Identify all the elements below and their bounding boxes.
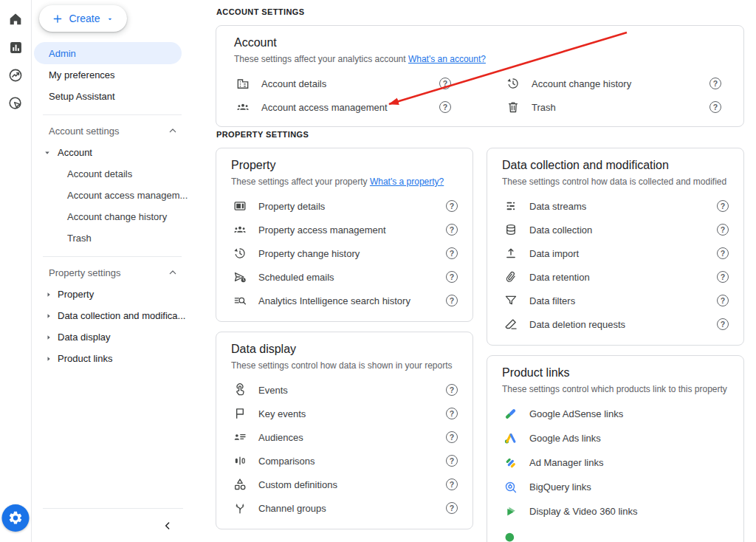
advertising-icon[interactable]	[6, 66, 25, 85]
settings-item-account-details[interactable]: Account details	[234, 72, 451, 95]
layout-icon	[231, 199, 249, 213]
whats-a-property-link[interactable]: What's a property?	[370, 176, 444, 187]
help-icon[interactable]	[446, 408, 458, 419]
settings-item-data-collection[interactable]: Data collection	[502, 218, 729, 241]
settings-item-data-filters[interactable]: Data filters	[502, 289, 729, 312]
help-icon[interactable]	[446, 295, 458, 306]
settings-item-analytics-intelligence-search-history[interactable]: Analytics Intelligence search history	[231, 289, 458, 312]
chevron-up-icon	[167, 267, 179, 278]
settings-item-data-streams[interactable]: Data streams	[502, 194, 729, 218]
create-button[interactable]: Create	[39, 5, 127, 32]
sidebar-item-admin[interactable]: Admin	[34, 42, 182, 64]
sidebar-item-product-links[interactable]: Product links	[32, 348, 216, 369]
help-icon[interactable]	[709, 101, 721, 113]
settings-item-audiences[interactable]: Audiences	[231, 425, 458, 449]
settings-item-data-deletion-requests[interactable]: Data deletion requests	[502, 312, 729, 336]
settings-item-account-access-management[interactable]: Account access management	[234, 95, 451, 119]
help-icon[interactable]	[717, 224, 729, 236]
audiences-icon	[231, 430, 249, 445]
settings-item-data-retention[interactable]: Data retention	[502, 265, 729, 289]
settings-item-google-adsense-links[interactable]: Google AdSense links	[502, 402, 729, 426]
trash-icon	[504, 100, 522, 114]
help-icon[interactable]	[717, 318, 729, 330]
settings-item-google-ads-links[interactable]: Google Ads links	[502, 426, 729, 450]
people-icon	[234, 100, 252, 114]
data-collection-card: Data collection and modification These s…	[487, 148, 744, 346]
settings-item-trash[interactable]: Trash	[504, 95, 721, 119]
settings-item-scheduled-emails[interactable]: Scheduled emails	[231, 265, 458, 289]
property-card-title: Property	[231, 159, 458, 172]
product-links-card-title: Product links	[502, 366, 729, 380]
help-icon[interactable]	[446, 455, 458, 467]
caret-right-icon	[44, 290, 53, 299]
help-icon[interactable]	[439, 78, 451, 89]
help-icon[interactable]	[446, 224, 458, 236]
help-icon[interactable]	[717, 271, 729, 283]
settings-item-comparisons[interactable]: Comparisons	[231, 449, 458, 473]
sidebar-item-account-access-management[interactable]: Account access managem...	[32, 185, 216, 206]
sidebar-item-setup-assistant[interactable]: Setup Assistant	[32, 86, 216, 107]
help-icon[interactable]	[446, 247, 458, 259]
settings-item-channel-groups[interactable]: Channel groups	[231, 496, 458, 520]
sidebar-section-property-settings[interactable]: Property settings	[32, 261, 188, 284]
settings-item-property-access-management[interactable]: Property access management	[231, 218, 458, 241]
property-card: Property These settings affect your prop…	[216, 148, 473, 322]
settings-item-property-change-history[interactable]: Property change history	[231, 241, 458, 265]
sidebar-item-account-details[interactable]: Account details	[32, 163, 216, 185]
admin-gear-icon[interactable]	[2, 504, 30, 532]
sidebar-item-my-preferences[interactable]: My preferences	[32, 64, 216, 86]
settings-item-custom-definitions[interactable]: Custom definitions	[231, 473, 458, 496]
sidebar-item-data-collection[interactable]: Data collection and modifica...	[32, 305, 216, 326]
caret-down-icon	[43, 148, 52, 157]
sidebar-item-account[interactable]: Account	[32, 142, 216, 163]
sidebar-item-data-display[interactable]: Data display	[32, 326, 216, 348]
reports-icon[interactable]	[6, 38, 25, 57]
help-icon[interactable]	[446, 271, 458, 283]
database-icon	[502, 222, 520, 237]
data-display-card-title: Data display	[231, 343, 458, 356]
branching-arrows-icon	[231, 501, 249, 515]
chevron-up-icon	[167, 125, 179, 137]
product-link-partial-row	[502, 524, 729, 542]
sidebar-item-property[interactable]: Property	[32, 284, 216, 305]
create-button-label: Create	[69, 13, 100, 24]
settings-item-key-events[interactable]: Key events	[231, 402, 458, 425]
comparisons-icon	[231, 453, 249, 468]
help-icon[interactable]	[439, 101, 451, 113]
help-icon[interactable]	[717, 295, 729, 306]
help-icon[interactable]	[446, 384, 458, 396]
eraser-icon	[502, 317, 520, 332]
settings-item-property-details[interactable]: Property details	[231, 194, 458, 218]
google-ads-icon	[502, 431, 520, 446]
settings-item-account-change-history[interactable]: Account change history	[504, 72, 721, 95]
sidebar-divider	[43, 256, 182, 257]
settings-item-bigquery-links[interactable]: BigQuery links	[502, 475, 729, 499]
help-icon[interactable]	[709, 78, 721, 89]
settings-item-display-video-360-links[interactable]: Display & Video 360 links	[502, 499, 729, 524]
help-icon[interactable]	[446, 502, 458, 514]
paperclip-icon	[502, 270, 520, 284]
help-icon[interactable]	[717, 200, 729, 212]
help-icon[interactable]	[446, 478, 458, 490]
help-icon[interactable]	[446, 200, 458, 212]
history-icon	[231, 246, 249, 261]
admin-settings-main: ACCOUNT SETTINGS Account These settings …	[216, 0, 756, 542]
property-card-subtitle: These settings affect your property What…	[231, 176, 458, 187]
explore-icon[interactable]	[6, 94, 25, 113]
settings-item-events[interactable]: Events	[231, 378, 458, 402]
help-icon[interactable]	[446, 431, 458, 443]
caret-right-icon	[44, 354, 53, 363]
product-links-card: Product links These settings control whi…	[487, 355, 744, 542]
sidebar-item-account-change-history[interactable]: Account change history	[32, 206, 216, 227]
settings-item-ad-manager-links[interactable]: Ad Manager links	[502, 450, 729, 475]
touch-icon	[231, 383, 249, 397]
whats-an-account-link[interactable]: What's an account?	[408, 54, 486, 64]
sidebar-item-trash[interactable]: Trash	[32, 227, 216, 249]
ad-manager-icon	[502, 456, 520, 470]
sidebar-section-account-settings[interactable]: Account settings	[32, 120, 188, 142]
home-icon[interactable]	[6, 10, 25, 29]
settings-item-data-import[interactable]: Data import	[502, 241, 729, 265]
collapse-sidebar-button[interactable]	[159, 518, 176, 534]
sidebar-divider	[43, 114, 182, 115]
help-icon[interactable]	[717, 247, 729, 259]
